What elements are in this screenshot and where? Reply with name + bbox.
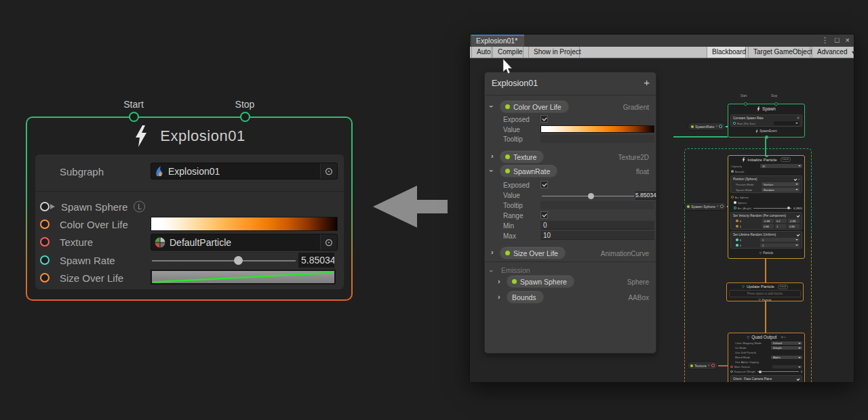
blackboard-toggle-button[interactable]: Blackboard: [707, 47, 746, 58]
param-pill-spawnrate[interactable]: SpawnRate: [500, 165, 557, 177]
rate-field[interactable]: [774, 121, 800, 125]
window-menu-icon[interactable]: ⋮: [821, 36, 829, 45]
chevron-right-icon[interactable]: ›: [498, 293, 500, 300]
local-space-badge[interactable]: L: [134, 201, 145, 213]
param-pill-bounds[interactable]: Bounds: [507, 291, 544, 303]
quad-output-node[interactable]: ▽ Quad Output ⊞ ∞ Color Mapping Mode Def…: [728, 333, 805, 382]
window-close-icon[interactable]: ×: [846, 36, 850, 45]
stop-port[interactable]: [774, 102, 778, 106]
slider-handle[interactable]: [588, 193, 594, 199]
block-constant-spawn-rate[interactable]: Constant Spawn Rate: [731, 115, 802, 121]
auto-button[interactable]: Auto: [471, 47, 492, 58]
a-field[interactable]: 1: [760, 238, 800, 242]
start-flow-port[interactable]: [129, 112, 139, 122]
b-port[interactable]: [736, 225, 738, 228]
exposed-checkbox[interactable]: [540, 181, 548, 188]
chevron-right-icon[interactable]: ›: [491, 152, 494, 159]
header-icons[interactable]: ⊞ ∞: [781, 335, 785, 339]
enabled-check-icon[interactable]: [797, 233, 800, 236]
category-emission[interactable]: Emission: [501, 266, 530, 274]
enabled-check-icon[interactable]: [797, 214, 800, 217]
a-port[interactable]: [736, 219, 738, 222]
spawn-context-node[interactable]: Spawn Constant Spawn Rate Rate (Per Sec)…: [728, 104, 805, 138]
position-mode-dropdown[interactable]: Surface: [762, 182, 800, 186]
exposure-port[interactable]: [730, 371, 733, 373]
main-texture-field[interactable]: [772, 365, 802, 369]
color-over-life-port[interactable]: [40, 219, 50, 229]
chevron-down-icon[interactable]: ›: [488, 270, 495, 272]
space-tag[interactable]: Local: [778, 285, 788, 289]
window-maximize-icon[interactable]: □: [835, 36, 840, 45]
curve-field[interactable]: [151, 270, 336, 285]
setting-dropdown[interactable]: Alpha: [771, 356, 802, 360]
spawn-sphere-port[interactable]: [40, 202, 50, 211]
vec-y-field[interactable]: 1: [775, 224, 787, 228]
spawn-mode-dropdown[interactable]: Random: [762, 188, 800, 192]
vec-x-field[interactable]: -0.88: [762, 219, 774, 223]
update-particle-node[interactable]: ▽ Update Particle Local Press space to a…: [726, 282, 804, 301]
vec-x-field[interactable]: 0.88: [762, 224, 774, 228]
spawn-output-port[interactable]: [765, 135, 768, 139]
param-pill-size-over-life[interactable]: Size Over Life: [500, 247, 566, 259]
show-in-project-button[interactable]: Show in Project: [528, 47, 580, 58]
vec-z-field[interactable]: -0.88: [788, 219, 800, 223]
capacity-field[interactable]: 32: [760, 164, 802, 168]
arc-sphere-port[interactable]: [731, 196, 734, 198]
output-port[interactable]: [720, 205, 724, 208]
graph-param-texture[interactable]: Texture ×: [687, 361, 718, 370]
vec-z-field[interactable]: 0.88: [788, 224, 800, 228]
max-field[interactable]: 10: [540, 231, 654, 240]
exposure-slider[interactable]: [757, 371, 798, 372]
spawn-rate-value-field[interactable]: 5.85034: [298, 253, 334, 268]
texture-port[interactable]: [40, 237, 50, 247]
advanced-dropdown-button[interactable]: Advanced: [812, 47, 854, 58]
graph-param-spawnrate[interactable]: SpawnRate ×: [688, 122, 726, 131]
param-pill-spawn-sphere[interactable]: Spawn Sphere: [507, 275, 574, 288]
rate-port[interactable]: [733, 122, 736, 125]
block-orient[interactable]: Orient : Face Camera Plane Mode Face Cam…: [730, 375, 802, 382]
collapse-icon[interactable]: ×: [715, 125, 717, 128]
target-gameobject-button[interactable]: Target GameObject: [748, 47, 810, 58]
graph-param-spawn-sphere[interactable]: Spawn Sphere ×: [684, 202, 727, 211]
main-texture-port[interactable]: [730, 366, 733, 369]
vfx-subgraph-node[interactable]: Start Stop Explosion01 Subgraph Explosio…: [26, 117, 353, 301]
chevron-icon[interactable]: ›: [798, 177, 800, 181]
chevron-down-icon[interactable]: ›: [488, 105, 495, 108]
enabled-check-icon[interactable]: [794, 177, 797, 181]
param-pill-color-over-life[interactable]: Color Over Life: [500, 100, 569, 113]
vec-y-field[interactable]: 0.2: [775, 219, 787, 223]
arc-angle-port[interactable]: [734, 207, 736, 209]
size-over-life-port[interactable]: [40, 273, 50, 282]
gradient-value-field[interactable]: [540, 125, 654, 133]
compile-button[interactable]: Compile: [492, 47, 524, 58]
tooltip-field[interactable]: [540, 201, 654, 209]
object-picker-icon[interactable]: ⊙: [320, 234, 337, 250]
gradient-field[interactable]: [151, 217, 338, 231]
output-port[interactable]: [711, 364, 715, 367]
spawn-rate-port[interactable]: [40, 255, 50, 265]
sphere-port[interactable]: [734, 201, 736, 204]
b-field[interactable]: 2: [760, 243, 800, 247]
block-set-lifetime-random[interactable]: Set Lifetime Random (Uniform) A 1 B 2: [730, 231, 802, 249]
space-tag[interactable]: Local: [781, 157, 791, 162]
arc-slider[interactable]: [753, 208, 791, 209]
range-checkbox[interactable]: [540, 211, 548, 219]
collapse-icon[interactable]: ×: [708, 364, 710, 367]
add-block-placeholder[interactable]: Press space to add blocks: [729, 290, 801, 297]
chevron-down-icon[interactable]: ›: [488, 169, 495, 172]
min-field[interactable]: 0: [540, 221, 654, 230]
block-set-velocity-random[interactable]: Set Velocity Random (Per component) A -0…: [730, 212, 802, 230]
slider-track[interactable]: [152, 260, 296, 261]
enabled-check-icon[interactable]: [797, 377, 800, 381]
spawn-rate-slider[interactable]: 5.85034: [151, 252, 338, 268]
collapse-icon[interactable]: ×: [717, 205, 719, 208]
spawnrate-value-field[interactable]: 5.85034: [635, 191, 656, 200]
a-port[interactable]: [736, 238, 738, 241]
initialize-particle-node[interactable]: Initialize Particle Local Capacity 32 Bo…: [728, 155, 805, 259]
object-picker-icon[interactable]: ⊙: [320, 163, 337, 179]
start-port[interactable]: [744, 102, 747, 106]
chevron-right-icon[interactable]: ›: [498, 278, 500, 285]
tab-explosion01[interactable]: Explosion01*: [471, 35, 524, 47]
tooltip-field[interactable]: [540, 135, 654, 143]
setting-dropdown[interactable]: Default: [771, 341, 802, 345]
